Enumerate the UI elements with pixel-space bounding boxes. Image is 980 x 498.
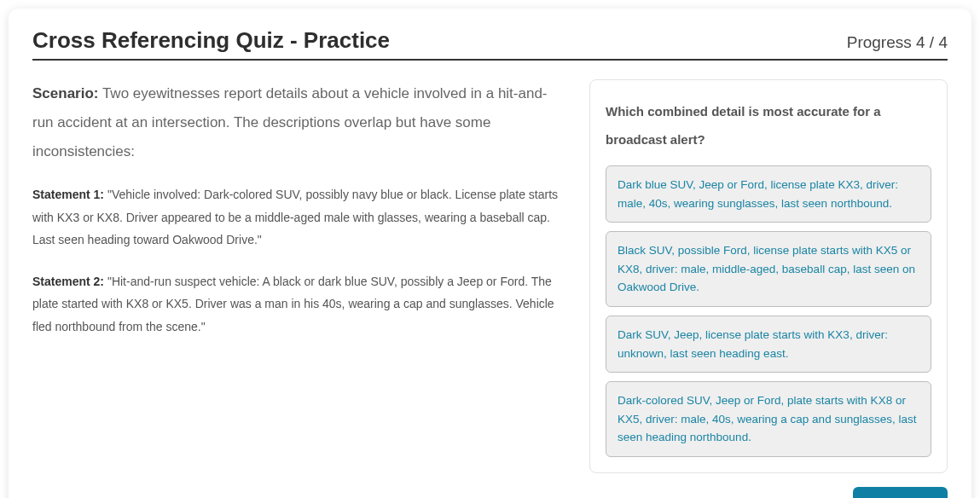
statement-2-text: "Hit-and-run suspect vehicle: A black or…	[32, 275, 554, 333]
answer-option-3[interactable]: Dark SUV, Jeep, license plate starts wit…	[606, 316, 931, 373]
statement-1-text: "Vehicle involved: Dark-colored SUV, pos…	[32, 188, 558, 246]
statement-1: Statement 1: "Vehicle involved: Dark-col…	[32, 183, 567, 252]
answer-option-1[interactable]: Dark blue SUV, Jeep or Ford, license pla…	[606, 165, 931, 223]
scenario-panel: Scenario: Two eyewitnesses report detail…	[32, 79, 567, 357]
statement-2-label: Statement 2:	[32, 275, 104, 288]
answer-option-2[interactable]: Black SUV, possible Ford, license plate …	[606, 231, 931, 307]
page-title: Cross Referencing Quiz - Practice	[32, 27, 390, 54]
statement-2: Statement 2: "Hit-and-run suspect vehicl…	[32, 270, 567, 339]
progress-indicator: Progress 4 / 4	[847, 33, 948, 52]
finish-quiz-button[interactable]: Finish Quiz	[853, 487, 948, 498]
scenario-text: Scenario: Two eyewitnesses report detail…	[32, 79, 567, 166]
scenario-body: Two eyewitnesses report details about a …	[32, 85, 548, 159]
content-row: Scenario: Two eyewitnesses report detail…	[32, 79, 948, 473]
question-panel: Which combined detail is most accurate f…	[589, 79, 948, 473]
question-text: Which combined detail is most accurate f…	[606, 97, 931, 153]
footer-row: Finish Quiz	[32, 487, 948, 498]
scenario-label: Scenario:	[32, 85, 98, 101]
answer-option-4[interactable]: Dark-colored SUV, Jeep or Ford, plate st…	[606, 381, 931, 457]
quiz-card: Cross Referencing Quiz - Practice Progre…	[9, 9, 971, 498]
statement-1-label: Statement 1:	[32, 188, 104, 201]
header-row: Cross Referencing Quiz - Practice Progre…	[32, 27, 948, 61]
